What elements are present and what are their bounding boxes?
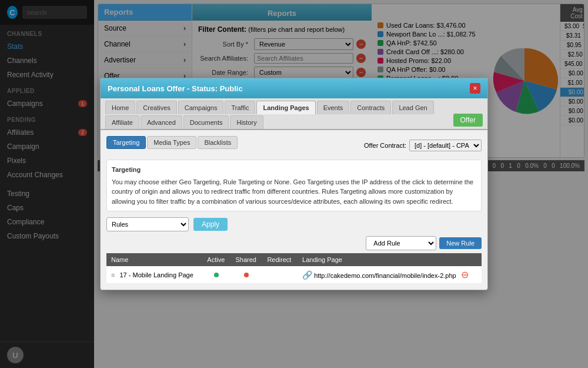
add-rule-row: Add Rule New Rule: [106, 236, 482, 250]
row-shared: [230, 266, 262, 284]
targeting-text: You may choose either Geo Targeting, Rul…: [112, 177, 476, 207]
active-status-dot: [214, 273, 219, 277]
modal-tab-creatives[interactable]: Creatives: [136, 101, 176, 114]
drag-icon: ≡: [111, 271, 115, 279]
sub-tabs-container: Targeting Media Types Blacklists: [106, 136, 238, 149]
modal-tabs-row: HomeCreativesCampaignsTrafficLanding Pag…: [105, 101, 452, 129]
modal-tabs-container: HomeCreativesCampaignsTrafficLanding Pag…: [101, 98, 487, 130]
th-shared: Shared: [230, 253, 262, 266]
row-landing-page: 🔗 http://cakedemo.com/financial/mobile/i…: [298, 266, 482, 284]
th-redirect: Redirect: [262, 253, 298, 266]
external-link-icon[interactable]: 🔗: [302, 270, 312, 280]
th-active: Active: [202, 253, 230, 266]
new-rule-button[interactable]: New Rule: [439, 237, 482, 249]
offer-contract-label: Offer Contract:: [364, 142, 406, 149]
th-landing-page: Landing Page: [298, 253, 482, 266]
apply-button[interactable]: Apply: [193, 218, 228, 231]
modal-tab-lead-gen[interactable]: Lead Gen: [392, 101, 433, 114]
modal-tab-contracts[interactable]: Contracts: [350, 101, 391, 114]
sub-tabs-row: Targeting Media Types Blacklists Offer C…: [106, 136, 482, 155]
modal-title: Personal Loans Offer - Status: Public: [108, 84, 243, 93]
offer-contract-select[interactable]: [d] - [default] - CPA: [409, 140, 482, 151]
modal-tab-campaigns[interactable]: Campaigns: [178, 101, 224, 114]
modal-close-button[interactable]: ×: [470, 83, 480, 94]
modal-tab-affiliate[interactable]: Affiliate: [105, 115, 139, 129]
shared-status-dot: [244, 273, 249, 277]
modal-tab-advanced[interactable]: Advanced: [141, 115, 182, 129]
offer-contract-row: Offer Contract: [d] - [default] - CPA: [364, 140, 482, 151]
row-name: ≡ 17 - Mobile Landing Page: [106, 266, 202, 284]
modal-tab-events[interactable]: Events: [317, 101, 350, 114]
table-row: ≡ 17 - Mobile Landing Page 🔗 http://: [106, 266, 482, 284]
th-name: Name: [106, 253, 202, 266]
modal-tab-documents[interactable]: Documents: [183, 115, 229, 129]
row-redirect: [262, 266, 298, 284]
modal-tab-landing-pages[interactable]: Landing Pages: [256, 101, 315, 114]
remove-row-icon[interactable]: ⊖: [461, 270, 469, 280]
modal-body: Targeting Media Types Blacklists Offer C…: [101, 130, 487, 290]
modal-offer-button[interactable]: Offer: [453, 114, 483, 127]
targeting-description: Targeting You may choose either Geo Targ…: [106, 160, 482, 211]
modal-tab-home[interactable]: Home: [105, 101, 135, 114]
row-name-value: 17 - Mobile Landing Page: [119, 271, 193, 279]
row-active: [202, 266, 230, 284]
sub-tab-media-types[interactable]: Media Types: [147, 136, 196, 149]
table-header-row: Name Active Shared Redirect Landing Page: [106, 253, 482, 266]
rules-row: Rules Apply: [106, 217, 482, 231]
personal-loans-modal: Personal Loans Offer - Status: Public × …: [100, 78, 488, 290]
rules-select[interactable]: Rules: [106, 217, 189, 231]
modal-header: Personal Loans Offer - Status: Public ×: [101, 78, 487, 98]
landing-page-url: http://cakedemo.com/financial/mobile/ind…: [314, 272, 456, 279]
modal-overlay: Personal Loans Offer - Status: Public × …: [0, 0, 588, 368]
modal-tab-traffic[interactable]: Traffic: [225, 101, 255, 114]
sub-tab-targeting[interactable]: Targeting: [106, 136, 146, 149]
add-rule-select[interactable]: Add Rule: [366, 236, 436, 250]
modal-tab-history[interactable]: History: [230, 115, 263, 129]
targeting-title: Targeting: [112, 165, 476, 175]
sub-tab-blacklists[interactable]: Blacklists: [198, 136, 238, 149]
landing-page-table: Name Active Shared Redirect Landing Page…: [106, 253, 482, 284]
